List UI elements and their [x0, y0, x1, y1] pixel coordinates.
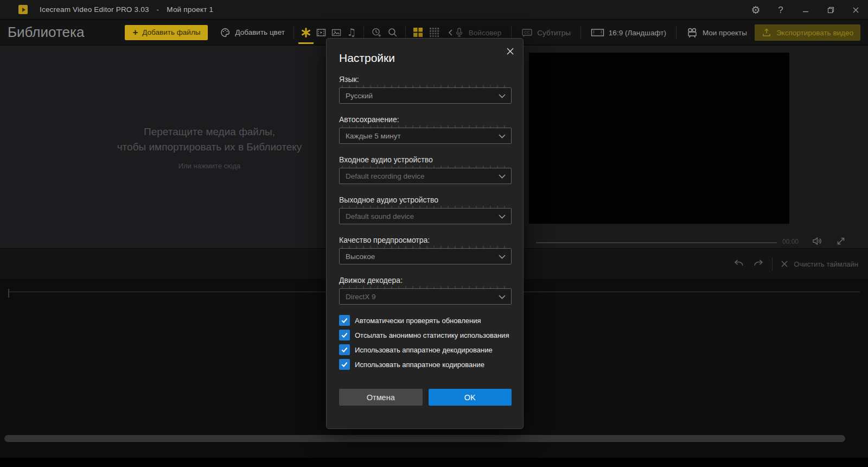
toolbar-divider [580, 26, 581, 39]
toolbar-divider [676, 26, 676, 39]
preview-quality-label: Качество предпросмотра: [339, 236, 512, 244]
filter-all-tab[interactable] [298, 20, 314, 45]
fullscreen-button[interactable] [835, 236, 846, 249]
my-projects-label: Мои проекты [703, 29, 747, 37]
ok-button[interactable]: OK [429, 389, 512, 406]
seek-bar[interactable] [536, 242, 777, 243]
export-video-button[interactable]: Экспортировать видео [755, 24, 860, 41]
clear-timeline-button[interactable]: Очистить таймлайн [780, 260, 858, 268]
bottom-strip [0, 458, 868, 467]
close-icon [852, 7, 859, 14]
aspect-ratio-label: 16:9 (Ландшафт) [609, 29, 666, 37]
image-icon [331, 27, 342, 38]
window-title: Icecream Video Editor PRO 3.03 - Мой про… [40, 5, 213, 14]
language-select[interactable]: Русский [339, 87, 512, 104]
help-icon: ? [778, 5, 783, 15]
dialog-close-button[interactable] [504, 45, 516, 57]
microphone-icon [454, 27, 464, 38]
audio-input-label: Входное аудио устройство [339, 155, 512, 164]
toolbar-divider [405, 26, 406, 39]
chevron-down-icon [499, 174, 506, 179]
settings-gear-button[interactable]: ⚙ [743, 0, 768, 20]
undo-button[interactable] [733, 257, 745, 270]
add-color-button[interactable]: Добавить цвет [215, 25, 289, 40]
restore-icon [827, 6, 835, 14]
checkbox-checked-icon [339, 330, 350, 340]
decoder-engine-label: Движок декодера: [339, 276, 512, 285]
video-clip-icon [316, 27, 327, 38]
autosave-select[interactable]: Каждые 5 минут [339, 128, 512, 144]
settings-checkbox-group: Автоматически проверять обновления Отсыл… [339, 315, 512, 370]
close-window-button[interactable] [843, 0, 868, 20]
toolbar-divider [511, 26, 512, 39]
checkbox-checked-icon [339, 344, 350, 355]
palette-icon [220, 27, 231, 38]
audio-output-select[interactable]: Default sound device [339, 208, 512, 224]
app-title: Icecream Video Editor PRO 3.03 [40, 5, 149, 14]
speaker-icon [812, 236, 823, 247]
timeline-divider [772, 257, 773, 270]
large-grid-icon [413, 27, 423, 37]
video-preview [529, 53, 789, 224]
undo-icon [733, 257, 745, 268]
restore-button[interactable] [818, 0, 843, 20]
redo-button[interactable] [752, 257, 764, 270]
small-grid-icon [429, 27, 439, 37]
add-files-label: Добавить файлы [142, 28, 200, 36]
chevron-down-icon [499, 295, 506, 299]
chevron-down-icon [499, 94, 506, 98]
app-logo-icon [18, 5, 28, 14]
check-hardware-encoding[interactable]: Использовать аппаратное кодирование [339, 359, 512, 370]
movie-camera-icon [686, 27, 698, 38]
add-color-label: Добавить цвет [235, 28, 284, 36]
checkbox-checked-icon [339, 359, 350, 370]
title-separator: - [157, 5, 159, 14]
my-projects-button[interactable]: Мои проекты [686, 27, 747, 38]
chevron-down-icon [499, 134, 506, 138]
check-hardware-decoding[interactable]: Использовать аппаратное декодирование [339, 344, 512, 355]
voiceover-label: Войсовер [469, 29, 502, 37]
preview-panel: 00:00 [525, 46, 868, 248]
aspect-ratio-icon [591, 27, 604, 38]
search-icon [387, 27, 398, 38]
title-bar: Icecream Video Editor PRO 3.03 - Мой про… [0, 0, 868, 20]
project-name: Мой проект 1 [167, 5, 213, 14]
export-video-label: Экспортировать видео [776, 29, 853, 37]
voiceover-button[interactable]: Войсовер [454, 27, 502, 38]
add-files-button[interactable]: + Добавить файлы [125, 25, 208, 40]
check-send-statistics[interactable]: Отсылать анонимно статистику использован… [339, 330, 512, 340]
audio-input-select[interactable]: Default recording device [339, 168, 512, 184]
toolbar-divider [293, 26, 294, 39]
autosave-label: Автосохранение: [339, 115, 512, 124]
dialog-buttons: Отмена OK [339, 389, 512, 406]
settings-dialog: Настройки Язык: Русский Автосохранение: … [326, 38, 524, 429]
gear-icon: ⚙ [751, 5, 760, 15]
playhead-marker[interactable] [8, 289, 9, 298]
horizontal-scrollbar[interactable] [4, 435, 845, 442]
preview-quality-select[interactable]: Высокое [339, 248, 512, 264]
audio-output-label: Выходное аудио устройство [339, 195, 512, 204]
minimize-icon [802, 6, 809, 14]
close-icon [506, 47, 514, 55]
dialog-title: Настройки [339, 52, 512, 65]
export-icon [762, 28, 771, 37]
help-button[interactable]: ? [768, 0, 793, 20]
minimize-button[interactable] [793, 0, 818, 20]
decoder-engine-select[interactable]: DirectX 9 [339, 288, 512, 305]
cc-subtitles-icon: CC [521, 27, 533, 38]
cancel-button[interactable]: Отмена [339, 389, 423, 406]
checkbox-checked-icon [339, 315, 350, 326]
volume-button[interactable] [812, 236, 823, 249]
fullscreen-icon [835, 236, 846, 247]
music-note-icon: ♫ [347, 27, 356, 37]
clear-x-icon [780, 260, 789, 268]
svg-text:CC: CC [524, 30, 530, 35]
check-auto-updates[interactable]: Автоматически проверять обновления [339, 315, 512, 326]
timeline-actions: Очистить таймлайн [733, 249, 858, 279]
language-label: Язык: [339, 75, 512, 84]
subtitles-button[interactable]: CC Субтитры [521, 27, 571, 38]
subtitles-label: Субтитры [537, 29, 571, 37]
star-asterisk-icon [301, 27, 311, 38]
clock-star-icon [371, 27, 382, 38]
aspect-ratio-button[interactable]: 16:9 (Ландшафт) [591, 27, 666, 38]
